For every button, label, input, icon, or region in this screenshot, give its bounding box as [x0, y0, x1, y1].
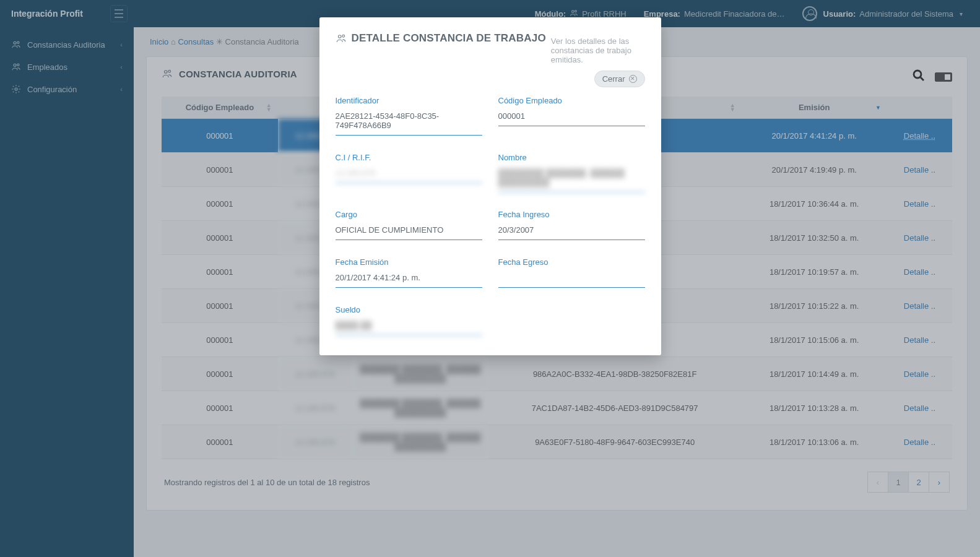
field-nombre: Nombre ████████ ███████, ██████ ████████… [498, 153, 645, 192]
svg-point-11 [342, 35, 344, 37]
detail-modal: DETALLE CONSTANCIA DE TRABAJO Ver los de… [319, 17, 661, 355]
field-emision: Fecha Emisión 20/1/2017 4:41:24 p. m. [336, 257, 482, 288]
field-identificador: Identificador 2AE28121-4534-48F0-8C35-74… [336, 96, 482, 136]
svg-point-10 [338, 35, 341, 38]
field-ci: C.I / R.I.F. 12.345.678 [336, 153, 482, 192]
modal-scrim[interactable]: DETALLE CONSTANCIA DE TRABAJO Ver los de… [0, 0, 980, 557]
field-cargo: Cargo OFICIAL DE CUMPLIMIENTO [336, 210, 482, 240]
field-codigo: Código Empleado 000001 [498, 96, 645, 136]
close-icon: ✕ [629, 75, 637, 83]
field-sueldo: Sueldo ████,██ [336, 305, 482, 335]
modal-title: DETALLE CONSTANCIA DE TRABAJO [336, 32, 546, 45]
modal-subtitle: Ver los detalles de las constancias de t… [551, 37, 645, 64]
field-egreso: Fecha Egreso [498, 257, 645, 288]
field-ingreso: Fecha Ingreso 20/3/2007 [498, 210, 645, 240]
close-button[interactable]: Cerrar ✕ [594, 71, 645, 87]
